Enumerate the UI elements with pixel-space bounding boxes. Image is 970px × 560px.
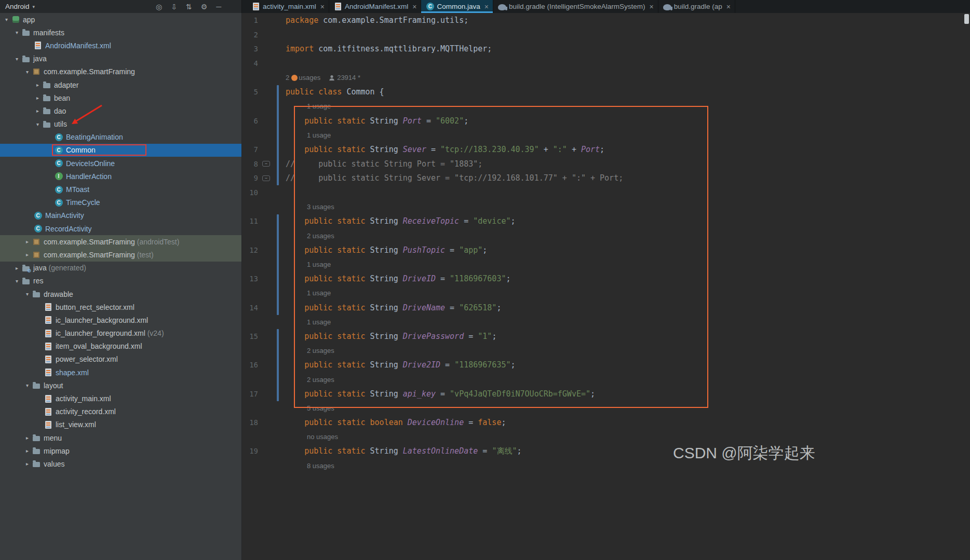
code-text[interactable]: public static String DrivePassword = "1"…	[286, 332, 496, 341]
tree-item-com-example-smartframing-androidtest[interactable]: ▸com.example.SmartFraming (androidTest)	[0, 235, 241, 248]
chevron-right-icon[interactable]: ▸	[23, 461, 32, 467]
tree-item-res[interactable]: ▾res	[0, 275, 241, 288]
code-text[interactable]: public static String LatestOnlineDate = …	[286, 446, 521, 456]
tree-item-common[interactable]: CCommon	[0, 144, 241, 157]
tree-item-menu[interactable]: ▸menu	[0, 431, 241, 444]
settings-gear-icon[interactable]: ⚙	[201, 3, 208, 10]
tab-close-icon[interactable]: ×	[650, 3, 654, 10]
tree-item-shape-xml[interactable]: shape.xml	[0, 366, 241, 379]
chevron-right-icon[interactable]: ▸	[23, 448, 32, 454]
tab-androidmanifest-xml[interactable]: AndroidManifest.xml×	[329, 0, 422, 13]
tree-item-button-rect-selector-xml[interactable]: button_rect_selector.xml	[0, 301, 241, 313]
tree-item-bean[interactable]: ▸bean	[0, 91, 241, 104]
chevron-down-icon[interactable]: ▾	[23, 383, 32, 388]
code-text[interactable]: import com.itfitness.mqttlibrary.MQTTHel…	[286, 44, 492, 53]
line-number[interactable]: 14	[243, 304, 258, 312]
tree-item-item-oval-background-xml[interactable]: item_oval_background.xml	[0, 340, 241, 353]
tree-item-dao[interactable]: ▸dao	[0, 104, 241, 117]
line-number[interactable]: 10	[243, 188, 258, 197]
tree-item-layout[interactable]: ▾layout	[0, 379, 241, 392]
tab-build-gradle-intelligentsmokealarmsystem[interactable]: build.gradle (IntelligentSmokeAlarmSyste…	[493, 0, 658, 13]
tab-close-icon[interactable]: ×	[412, 3, 416, 10]
code-text[interactable]: public static String PushTopic = "app";	[286, 245, 487, 255]
tree-item-adapter[interactable]: ▸adapter	[0, 78, 241, 91]
code-text[interactable]: public static String DriveID = "11869676…	[286, 274, 511, 283]
code-text[interactable]: // public static String Port = "1883";	[286, 159, 482, 169]
tab-close-icon[interactable]: ×	[484, 3, 489, 10]
tree-item-recordactivity[interactable]: CRecordActivity	[0, 222, 241, 235]
usages-inlay[interactable]: 1 usage	[307, 289, 331, 297]
tree-item-java[interactable]: ▾java	[0, 52, 241, 65]
code-text[interactable]: public static String Sever = "tcp://183.…	[286, 145, 604, 154]
tab-build-gradle-ap[interactable]: build.gradle (ap×	[658, 0, 735, 13]
chevron-right-icon[interactable]: ▸	[33, 108, 42, 114]
usages-inlay[interactable]: 8 usages	[307, 462, 334, 470]
collapse-all-icon[interactable]: ⇩	[171, 3, 177, 10]
line-number[interactable]: 7	[243, 145, 258, 154]
usages-inlay[interactable]: 1 usage	[307, 318, 331, 326]
code-text[interactable]: public class Common {	[286, 87, 384, 97]
tree-item-deviceisonline[interactable]: CDeviceIsOnline	[0, 157, 241, 170]
chevron-down-icon[interactable]: ▾	[12, 30, 21, 35]
line-number[interactable]: 15	[243, 332, 258, 340]
tab-activity-main-xml[interactable]: activity_main.xml×	[247, 0, 329, 13]
usages-inlay[interactable]: 5 usages	[307, 404, 334, 412]
tree-item-timecycle[interactable]: CTimeCycle	[0, 196, 241, 209]
tree-item-androidmanifest-xml[interactable]: AndroidManifest.xml	[0, 39, 241, 52]
chevron-right-icon[interactable]: ▸	[23, 239, 32, 244]
chevron-right-icon[interactable]: ▸	[33, 95, 42, 101]
fold-region-icon[interactable]: −	[262, 161, 270, 167]
chevron-down-icon[interactable]: ▾	[33, 121, 42, 127]
tree-item-mipmap[interactable]: ▸mipmap	[0, 444, 241, 457]
tree-item-app[interactable]: ▾app	[0, 13, 241, 26]
tree-item-com-example-smartframing[interactable]: ▾com.example.SmartFraming	[0, 65, 241, 78]
usages-inlay[interactable]: 2 usages	[307, 232, 334, 240]
tree-item-ic-launcher-foreground-xml-v24[interactable]: ic_launcher_foreground.xml (v24)	[0, 327, 241, 340]
tree-item-handleraction[interactable]: IHandlerAction	[0, 170, 241, 183]
line-number[interactable]: 8	[243, 160, 258, 168]
tab-common-java[interactable]: CCommon.java×	[421, 0, 493, 13]
tab-close-icon[interactable]: ×	[320, 3, 325, 10]
usages-inlay[interactable]: 1 usage	[307, 131, 331, 139]
code-text[interactable]: public static String Port = "6002";	[286, 116, 468, 126]
code-text[interactable]: public static boolean DeviceOnline = fal…	[286, 418, 506, 427]
tree-item-drawable[interactable]: ▾drawable	[0, 288, 241, 301]
line-number[interactable]: 1	[243, 16, 258, 24]
line-number[interactable]: 9	[243, 174, 258, 182]
tree-item-ic-launcher-background-xml[interactable]: ic_launcher_background.xml	[0, 313, 241, 326]
fold-region-icon[interactable]: −	[262, 175, 270, 181]
line-number[interactable]: 18	[243, 418, 258, 427]
code-text[interactable]: public static String ReceiveTopic = "dev…	[286, 216, 516, 226]
usages-inlay[interactable]: 3 usages	[307, 203, 334, 211]
tree-item-utils[interactable]: ▾utils	[0, 118, 241, 131]
code-text[interactable]: // public static String Sever = "tcp://1…	[286, 173, 623, 183]
tree-item-com-example-smartframing-test[interactable]: ▸com.example.SmartFraming (test)	[0, 248, 241, 261]
editor-scrollbar-thumb[interactable]	[964, 14, 969, 24]
editor[interactable]: 1package com.example.SmartFraming.utils;…	[243, 13, 970, 560]
chevron-down-icon[interactable]: ▾	[12, 278, 21, 284]
tree-item-activity-record-xml[interactable]: activity_record.xml	[0, 405, 241, 418]
tree-item-manifests[interactable]: ▾manifests	[0, 26, 241, 39]
tree-item-activity-main-xml[interactable]: activity_main.xml	[0, 392, 241, 405]
code-text[interactable]: public static String api_key = "vPq4JaQT…	[286, 389, 595, 399]
code-text[interactable]: package com.example.SmartFraming.utils;	[286, 16, 468, 25]
chevron-down-icon[interactable]: ▾	[23, 291, 32, 297]
usages-author-inlay[interactable]: 2usages23914 *	[286, 74, 360, 81]
usages-inlay[interactable]: 1 usage	[307, 261, 331, 268]
line-number[interactable]: 6	[243, 117, 258, 125]
locate-icon[interactable]: ◎	[156, 3, 162, 10]
line-number[interactable]: 19	[243, 447, 258, 455]
tree-item-mtoast[interactable]: CMToast	[0, 183, 241, 196]
chevron-right-icon[interactable]: ▸	[23, 435, 32, 441]
line-number[interactable]: 13	[243, 275, 258, 283]
hide-panel-icon[interactable]: ─	[216, 3, 221, 10]
line-number[interactable]: 4	[243, 59, 258, 67]
line-number[interactable]: 12	[243, 246, 258, 254]
line-number[interactable]: 3	[243, 45, 258, 53]
chevron-down-icon[interactable]: ▾	[2, 17, 11, 22]
chevron-down-icon[interactable]: ▾	[12, 56, 21, 62]
code-text[interactable]: public static String DriveName = "626518…	[286, 303, 501, 312]
tree-item-power-selector-xml[interactable]: power_selector.xml	[0, 353, 241, 366]
code-text[interactable]: public static String Drive2ID = "1186967…	[286, 360, 516, 370]
line-number[interactable]: 17	[243, 390, 258, 398]
